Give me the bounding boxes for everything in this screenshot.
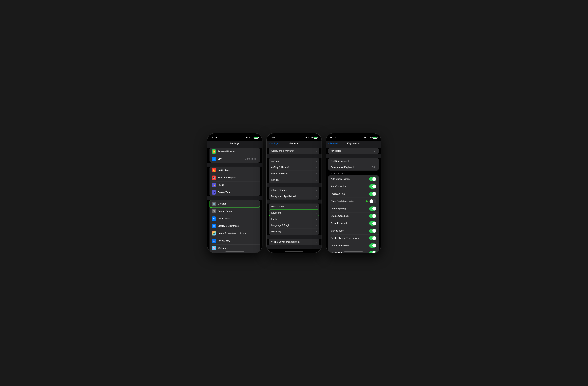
settings-item-action-button[interactable]: ✦ Action Button › — [210, 215, 260, 222]
homescreen-icon: ⊞ — [212, 231, 216, 236]
chevron-icon: › — [316, 212, 317, 214]
toggle-show-predictions[interactable]: Show Predictions Inline ➤ — [328, 198, 379, 205]
settings-item-applecare[interactable]: AppleCare & Warranty › — [269, 148, 319, 154]
settings-item-one-handed[interactable]: One-Handed Keyboard Off › — [328, 164, 379, 171]
settings-item-standby[interactable]: 🕐 StandBy › — [210, 252, 260, 253]
chevron-icon: › — [257, 217, 257, 220]
settings-item-screentime[interactable]: ⏱ Screen Time › — [210, 189, 260, 196]
keyboards-toggles-group: Auto-Capitalisation Auto-Correction — [328, 175, 379, 253]
toggle-delete-slide-switch[interactable] — [369, 236, 376, 240]
toggle-caps-lock-switch[interactable] — [369, 214, 376, 218]
chevron-icon: › — [257, 210, 257, 212]
settings-item-focus[interactable]: 🌙 Focus › — [210, 181, 260, 189]
settings-item-background-refresh[interactable]: Background App Refresh › — [269, 193, 319, 200]
toggle-slide-to-type[interactable]: Slide to Type — [328, 227, 379, 235]
toggle-predictive-text-switch[interactable] — [369, 192, 376, 196]
settings-item-vpn[interactable]: 🌐 VPN Connected › — [210, 155, 260, 163]
general-group-5: VPN & Device Management › — [269, 239, 319, 245]
settings-item-airplay[interactable]: AirPlay & Handoff › — [269, 164, 319, 171]
chevron-icon: › — [376, 166, 376, 169]
toggle-slide-to-type-switch[interactable] — [369, 229, 376, 233]
nav-bar-2: ‹ Settings General — [267, 141, 321, 147]
back-label-2: Settings — [270, 142, 278, 145]
settings-item-dictionary[interactable]: Dictionary › — [269, 228, 319, 235]
dynamic-island-2 — [286, 135, 303, 140]
general-icon: ⚙️ — [212, 202, 216, 206]
settings-item-vpn-mgmt[interactable]: VPN & Device Management › — [269, 239, 319, 245]
vpn-icon: 🌐 — [212, 157, 216, 161]
settings-group-1: 📶 Personal Hotspot › 🌐 VPN Connected › — [210, 148, 260, 163]
settings-screen[interactable]: 📶 Personal Hotspot › 🌐 VPN Connected › — [207, 147, 262, 253]
phone-3: 16:32 ▲ 100 — [326, 133, 381, 253]
settings-item-personal-hotspot[interactable]: 📶 Personal Hotspot › — [210, 148, 260, 155]
battery-1: 100 — [251, 137, 258, 139]
toggle-show-predictions-switch[interactable] — [369, 199, 376, 203]
general-screen[interactable]: AppleCare & Warranty › AirDrop › AirPlay… — [267, 147, 321, 253]
general-group-2: AirDrop › AirPlay & Handoff › Picture in… — [269, 158, 319, 183]
wifi-icon-3: ▲ — [367, 136, 369, 139]
back-label-3: General — [330, 142, 338, 145]
toggle-auto-correction-switch[interactable] — [369, 184, 376, 189]
toggle-auto-capitalisation[interactable]: Auto-Capitalisation — [328, 175, 379, 183]
settings-item-homescreen[interactable]: ⊞ Home Screen & App Library › — [210, 230, 260, 237]
dynamic-island-3 — [345, 135, 362, 140]
settings-item-iphone-storage[interactable]: iPhone Storage › — [269, 187, 319, 193]
toggle-character-preview[interactable]: Character Preview — [328, 242, 379, 249]
keyboards-screen[interactable]: Keyboards 2 › Text Replacement › One-Han… — [326, 147, 381, 253]
settings-item-keyboards[interactable]: Keyboards 2 › — [328, 148, 379, 154]
settings-item-airdrop[interactable]: AirDrop › — [269, 158, 319, 164]
toggle-check-spelling-switch[interactable] — [369, 206, 376, 211]
status-time-1: 16:32 — [211, 136, 217, 139]
toggle-check-spelling[interactable]: Check Spelling — [328, 205, 379, 212]
chevron-icon: › — [257, 191, 257, 194]
chevron-icon: › — [376, 150, 376, 152]
status-icons-1: ▲ 100 — [245, 136, 258, 139]
settings-item-display[interactable]: ☀ Display & Brightness › — [210, 222, 260, 230]
chevron-icon: › — [316, 160, 317, 162]
settings-item-carplay[interactable]: CarPlay › — [269, 177, 319, 183]
home-indicator-1 — [225, 251, 244, 252]
phones-container: 16:32 ▲ 100 — [207, 133, 381, 253]
status-icons-3: ▲ 100 — [364, 136, 377, 139]
settings-item-accessibility[interactable]: ♿ Accessibility › — [210, 237, 260, 244]
toggle-smart-punctuation-switch[interactable] — [369, 221, 376, 225]
settings-item-pip[interactable]: Picture in Picture › — [269, 171, 319, 177]
notifications-icon: 🔔 — [212, 168, 216, 172]
settings-item-keyboard[interactable]: Keyboard › — [269, 210, 319, 216]
chevron-icon: › — [257, 203, 257, 205]
settings-item-language[interactable]: Language & Region › — [269, 222, 319, 228]
signal-icon-2 — [304, 137, 307, 139]
back-button-2[interactable]: ‹ Settings — [269, 142, 278, 145]
toggle-delete-slide[interactable]: Delete Slide-to-Type by Word — [328, 235, 379, 242]
settings-item-notifications[interactable]: 🔔 Notifications › — [210, 166, 260, 174]
toggle-auto-correction[interactable]: Auto-Correction — [328, 183, 379, 190]
back-button-3[interactable]: ‹ General — [328, 142, 338, 145]
screentime-icon: ⏱ — [212, 190, 216, 195]
page-title-2: General — [290, 142, 298, 145]
nav-bar-1: Settings — [207, 141, 262, 147]
page-title-3: Keyboards — [347, 142, 360, 145]
settings-item-control-centre[interactable]: ◻ Control Centre › — [210, 207, 260, 215]
battery-3: 100 — [370, 137, 377, 139]
chevron-icon: › — [316, 150, 317, 152]
control-centre-icon: ◻ — [212, 209, 216, 213]
chevron-icon: › — [316, 224, 317, 226]
settings-item-general[interactable]: ⚙️ General › — [210, 200, 260, 207]
chevron-icon: › — [257, 169, 257, 171]
settings-item-fonts[interactable]: Fonts › — [269, 216, 319, 222]
toggle-character-preview-switch[interactable] — [369, 244, 376, 248]
toggle-shortcut-switch[interactable] — [369, 251, 376, 253]
settings-item-text-replacement[interactable]: Text Replacement › — [328, 158, 379, 164]
chevron-icon: › — [316, 205, 317, 208]
toggle-caps-lock[interactable]: Enable Caps Lock — [328, 212, 379, 220]
settings-item-datetime[interactable]: Date & Time › — [269, 203, 319, 210]
back-chevron-icon-2: ‹ — [269, 142, 270, 145]
chevron-icon: › — [316, 230, 317, 233]
toggle-smart-punctuation[interactable]: Smart Punctuation — [328, 220, 379, 227]
back-chevron-icon-3: ‹ — [328, 142, 329, 145]
toggle-auto-capitalisation-switch[interactable] — [369, 177, 376, 181]
action-button-icon: ✦ — [212, 216, 216, 221]
wifi-icon-1: ▲ — [248, 136, 250, 139]
toggle-predictive-text[interactable]: Predictive Text — [328, 190, 379, 198]
settings-item-sounds[interactable]: 🔊 Sounds & Haptics › — [210, 174, 260, 181]
